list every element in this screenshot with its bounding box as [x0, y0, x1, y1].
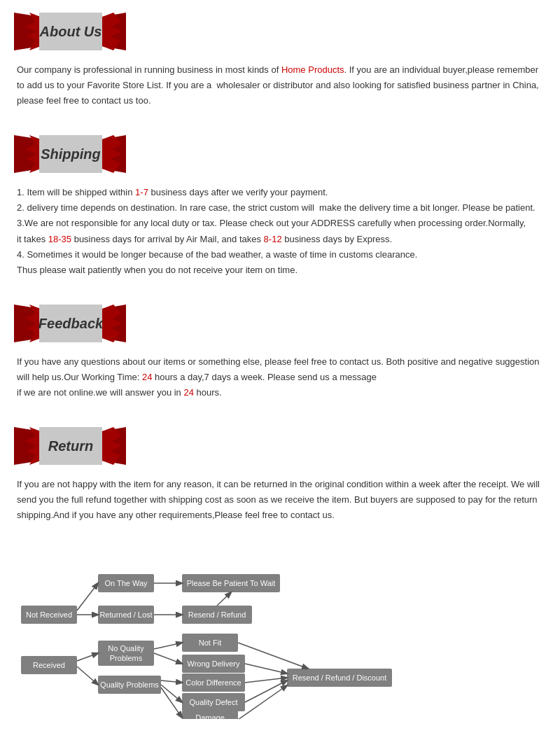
svg-line-62: [161, 680, 182, 683]
flowchart-svg: Not Received On The Way Returned / Lost …: [14, 558, 546, 719]
feedback-text-4: if we are not online.we will answer you …: [17, 387, 183, 398]
feedback-text-3: days a week. Please send us a message: [209, 372, 377, 382]
about-us-content: Our company is professional in running b…: [14, 62, 546, 109]
svg-line-57: [217, 592, 231, 606]
feedback-hours-1: 24: [142, 372, 152, 382]
shipping-days-1: 1-7: [135, 187, 148, 197]
svg-line-60: [154, 643, 182, 649]
return-content: If you are not happy with the item for a…: [14, 477, 546, 523]
flowchart-section: Not Received On The Way Returned / Lost …: [14, 544, 546, 733]
svg-text:On The Way: On The Way: [104, 579, 148, 587]
shipping-item-1: 1. Item will be shipped within 1-7 busin…: [17, 185, 543, 200]
svg-text:Shipping: Shipping: [41, 146, 101, 162]
svg-line-53: [77, 583, 98, 610]
svg-text:Problems: Problems: [110, 654, 143, 662]
svg-rect-34: [21, 656, 77, 674]
page-wrapper: About Us Our company is professional in …: [0, 0, 560, 733]
svg-text:Wrong Delivery: Wrong Delivery: [188, 659, 240, 668]
feedback-section: Feedback: [14, 305, 126, 344]
svg-text:About Us: About Us: [39, 24, 102, 39]
svg-line-59: [77, 666, 98, 685]
about-home-products: Home Products: [281, 64, 344, 75]
svg-line-64: [161, 687, 182, 718]
return-banner: Return: [14, 427, 126, 465]
shipping-item-4: 4. Sometimes it would be longer because …: [17, 247, 543, 263]
separator-3: [14, 407, 546, 421]
return-text: If you are not happy with the item for a…: [17, 479, 540, 520]
about-text-1: Our company is professional in running b…: [17, 64, 281, 75]
svg-rect-43: [182, 655, 245, 673]
shipping-section: Shipping: [14, 135, 126, 175]
svg-line-67: [238, 685, 287, 719]
svg-rect-32: [182, 606, 252, 624]
flowchart-container: Not Received On The Way Returned / Lost …: [14, 558, 546, 719]
svg-rect-26: [98, 574, 154, 592]
svg-rect-30: [182, 574, 280, 592]
svg-text:No Quality: No Quality: [108, 644, 144, 652]
svg-text:Quality Problems: Quality Problems: [100, 680, 159, 689]
shipping-days-express: 8-12: [264, 234, 282, 244]
separator-1: [14, 116, 546, 130]
svg-line-58: [77, 653, 98, 661]
svg-line-69: [245, 664, 287, 673]
svg-text:Quality Defect: Quality Defect: [189, 698, 237, 706]
svg-text:Return: Return: [48, 438, 93, 454]
shipping-banner: Shipping: [14, 135, 126, 173]
svg-line-63: [161, 685, 182, 702]
svg-line-65: [245, 678, 287, 683]
shipping-days-airmail: 18-35: [48, 234, 71, 244]
svg-rect-39: [98, 676, 161, 694]
about-us-section: About Us: [14, 13, 126, 53]
feedback-content: If you have any questions about our item…: [14, 354, 546, 400]
feedback-banner: Feedback: [14, 305, 126, 342]
svg-rect-47: [182, 693, 245, 711]
svg-text:Returned / Lost: Returned / Lost: [99, 610, 152, 619]
shipping-item-2: 2. delivery time depends on destination.…: [17, 200, 543, 216]
shipping-content: 1. Item will be shipped within 1-7 busin…: [14, 185, 546, 278]
svg-text:Received: Received: [33, 661, 65, 669]
svg-rect-41: [182, 634, 238, 652]
svg-line-61: [154, 653, 182, 664]
return-section: Return: [14, 427, 126, 467]
shipping-item-3b: it takes 18-35 business days for arrival…: [17, 232, 543, 247]
svg-text:Damage: Damage: [195, 713, 225, 719]
separator-2: [14, 285, 546, 299]
feedback-text-2: hours a day,: [152, 372, 204, 382]
svg-text:Not Fit: Not Fit: [199, 638, 221, 647]
svg-rect-24: [21, 606, 77, 624]
feedback-days: 7: [204, 372, 209, 382]
svg-text:Feedback: Feedback: [38, 316, 104, 331]
svg-rect-49: [182, 711, 238, 719]
shipping-item-3: 3.We are not responsible for any local d…: [17, 216, 543, 231]
svg-line-66: [245, 680, 287, 702]
svg-rect-28: [98, 606, 154, 624]
svg-text:Not Received: Not Received: [26, 610, 72, 619]
feedback-hours-2: 24: [183, 387, 193, 398]
svg-text:Resend / Refund: Resend / Refund: [188, 610, 246, 619]
svg-rect-51: [287, 669, 392, 687]
svg-line-68: [238, 643, 308, 669]
svg-text:Resend / Refund / Discount: Resend / Refund / Discount: [293, 673, 387, 682]
shipping-item-5: Thus please wait patiently when you do n…: [17, 263, 543, 278]
about-us-banner: About Us: [14, 13, 126, 50]
svg-rect-36: [98, 641, 154, 666]
svg-text:Please Be Patient To Wait: Please Be Patient To Wait: [187, 579, 276, 587]
feedback-text-5: hours.: [194, 387, 222, 398]
svg-text:Color Difference: Color Difference: [186, 678, 241, 687]
svg-rect-45: [182, 673, 245, 692]
